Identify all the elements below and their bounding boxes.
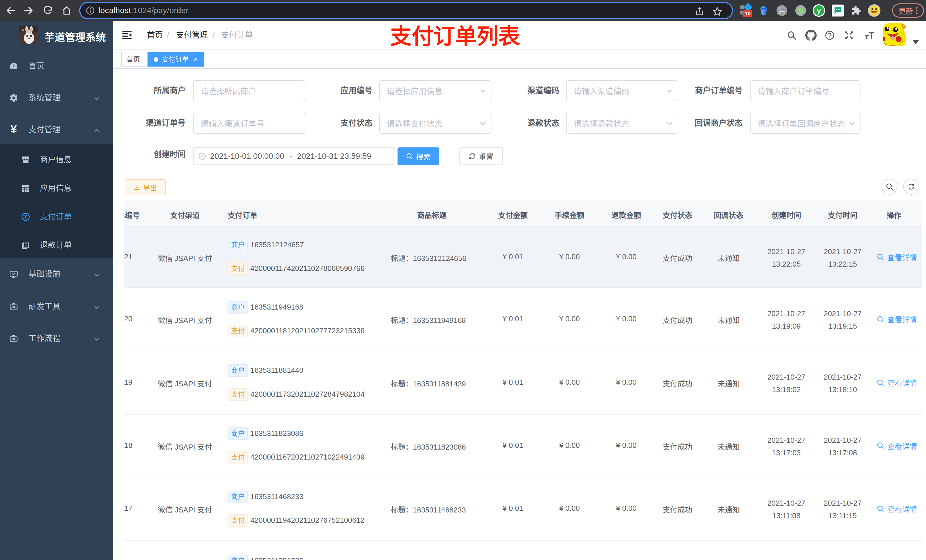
svg-text:¥: ¥ [24,214,27,220]
svg-text:⌘: ⌘ [778,6,785,15]
svg-text:y: y [817,7,821,15]
